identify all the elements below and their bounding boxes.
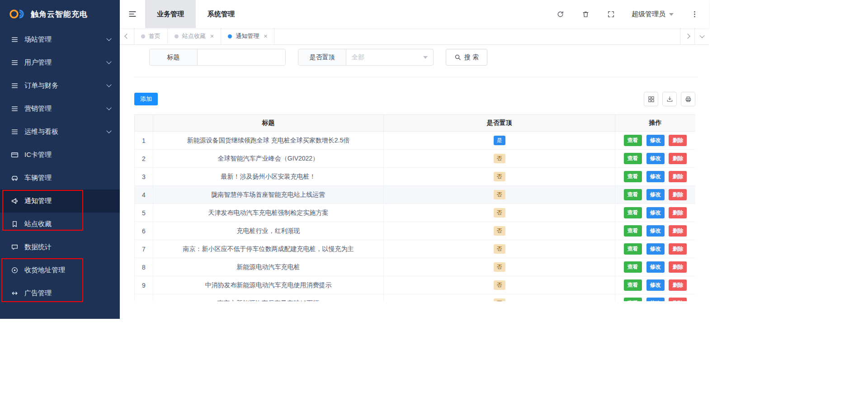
view-button[interactable]: 查看	[624, 189, 642, 200]
tags-scroll-left-icon[interactable]	[120, 28, 134, 44]
table-row: 3 最新！涉及扬州小区安装充电桩！ 否 查看 修改 删除	[135, 168, 696, 186]
sidebar-item-notice-mgmt[interactable]: 通知管理	[0, 189, 120, 213]
target-icon	[11, 266, 19, 274]
edit-button[interactable]: 修改	[646, 171, 665, 182]
refresh-icon[interactable]	[556, 9, 565, 19]
topbar: 业务管理 系统管理 超级管理员	[120, 0, 709, 28]
title-input[interactable]	[198, 49, 285, 65]
delete-button[interactable]: 删除	[669, 279, 687, 291]
row-title: 全球智能汽车产业峰会（GIV2022）	[153, 150, 384, 168]
sidebar-item-station-mgmt[interactable]: 场站管理	[0, 28, 120, 51]
view-button[interactable]: 查看	[624, 225, 642, 237]
car-icon	[11, 174, 19, 182]
sidebar-item-site-favorites[interactable]: 站点收藏	[0, 213, 120, 236]
sidebar-item-ad-mgmt[interactable]: 广告管理	[0, 282, 120, 305]
sidebar-item-user-mgmt[interactable]: 用户管理	[0, 51, 120, 74]
close-icon[interactable]: ×	[210, 33, 214, 40]
fullscreen-icon[interactable]	[606, 9, 615, 19]
sidebar-item-ic-card[interactable]: IC卡管理	[0, 143, 120, 166]
tag-dot	[228, 34, 232, 38]
row-title: 陇南智慧停车场首座智能充电站上线运营	[153, 186, 384, 204]
edit-button[interactable]: 修改	[646, 207, 665, 218]
content: 标题 是否置顶 全部 搜 索 添加	[120, 45, 709, 319]
user-menu[interactable]: 超级管理员	[632, 10, 674, 19]
pinned-badge: 否	[494, 208, 505, 217]
chat-icon	[11, 243, 19, 251]
tag-dot	[175, 34, 179, 38]
edit-button[interactable]: 修改	[646, 261, 665, 273]
view-button[interactable]: 查看	[624, 171, 642, 182]
list-icon	[11, 82, 19, 90]
delete-button[interactable]: 删除	[669, 135, 687, 146]
delete-button[interactable]: 删除	[669, 153, 687, 164]
sidebar-item-data-stats[interactable]: 数据统计	[0, 236, 120, 259]
sidebar-item-shipping-address[interactable]: 收货地址管理	[0, 259, 120, 282]
section-divider	[134, 77, 698, 77]
trash-icon[interactable]	[581, 9, 590, 19]
megaphone-icon	[11, 197, 19, 205]
tag-dot	[141, 34, 145, 38]
view-button[interactable]: 查看	[624, 207, 642, 218]
collapse-sidebar-icon[interactable]	[120, 0, 145, 28]
view-button[interactable]: 查看	[624, 279, 642, 291]
sidebar-item-vehicle-mgmt[interactable]: 车辆管理	[0, 166, 120, 189]
search-button[interactable]: 搜 索	[446, 49, 487, 66]
pinned-select-value: 全部	[352, 53, 364, 62]
tag-site-favorites[interactable]: 站点收藏 ×	[168, 28, 221, 44]
chevron-down-icon	[423, 56, 428, 59]
print-icon[interactable]	[681, 92, 695, 106]
pinned-filter-group: 是否置顶 全部	[298, 49, 434, 66]
edit-button[interactable]: 修改	[646, 243, 665, 255]
export-icon[interactable]	[662, 92, 677, 106]
topbar-tab-business[interactable]: 业务管理	[145, 0, 196, 28]
edit-button[interactable]: 修改	[646, 298, 665, 301]
title-filter-group: 标题	[149, 49, 286, 66]
edit-button[interactable]: 修改	[646, 189, 665, 200]
table-row: 4 陇南智慧停车场首座智能充电站上线运营 否 查看 修改 删除	[135, 186, 696, 204]
table-row: 5 天津发布电动汽车充电桩强制检定实施方案 否 查看 修改 删除	[135, 204, 696, 222]
pinned-badge: 否	[494, 226, 505, 235]
chevron-down-icon	[106, 36, 111, 41]
delete-button[interactable]: 删除	[669, 298, 687, 301]
pinned-select[interactable]: 全部	[346, 49, 433, 65]
close-icon[interactable]: ×	[264, 33, 267, 40]
sidebar-item-order-finance[interactable]: 订单与财务	[0, 74, 120, 97]
more-icon[interactable]	[690, 9, 699, 19]
pinned-badge: 是	[494, 136, 505, 145]
sidebar-item-ops-dashboard[interactable]: 运维与看板	[0, 120, 120, 143]
pinned-filter-label: 是否置顶	[298, 49, 346, 65]
tag-notice-mgmt[interactable]: 通知管理 ×	[221, 28, 274, 44]
view-button[interactable]: 查看	[624, 153, 642, 164]
view-button[interactable]: 查看	[624, 261, 642, 273]
view-button[interactable]: 查看	[624, 298, 642, 301]
topbar-tab-system[interactable]: 系统管理	[196, 0, 246, 28]
delete-button[interactable]: 删除	[669, 243, 687, 255]
edit-button[interactable]: 修改	[646, 135, 665, 146]
pinned-badge: 否	[494, 262, 505, 271]
pinned-badge: 否	[494, 280, 505, 289]
table-header-row: 标题 是否置顶 操作	[135, 115, 696, 132]
delete-button[interactable]: 删除	[669, 225, 687, 237]
delete-button[interactable]: 删除	[669, 189, 687, 200]
delete-button[interactable]: 删除	[669, 207, 687, 218]
columns-icon[interactable]	[644, 92, 658, 106]
add-button[interactable]: 添加	[134, 93, 158, 105]
notices-table: 标题 是否置顶 操作 1 新能源设备国货继续领跑全球 充电桩全球买家数增长2.5…	[134, 114, 695, 301]
list-icon	[11, 128, 19, 136]
chevron-down-icon	[106, 128, 111, 133]
sidebar-item-marketing[interactable]: 营销管理	[0, 97, 120, 120]
edit-button[interactable]: 修改	[646, 225, 665, 237]
view-button[interactable]: 查看	[624, 243, 642, 255]
table-tools	[644, 92, 695, 106]
view-button[interactable]: 查看	[624, 135, 642, 146]
edit-button[interactable]: 修改	[646, 279, 665, 291]
tags-scroll-right-icon[interactable]	[680, 28, 694, 44]
delete-button[interactable]: 删除	[669, 261, 687, 273]
table-row: 7 南京：新小区应不低于停车位数两成配建充电桩，以慢充为主 否 查看 修改 删除	[135, 240, 696, 258]
tag-home[interactable]: 首页	[134, 28, 168, 44]
logo-text: 触角云智能充电	[31, 9, 88, 19]
delete-button[interactable]: 删除	[669, 171, 687, 182]
col-pinned: 是否置顶	[384, 115, 615, 132]
tags-menu-icon[interactable]	[694, 28, 709, 44]
edit-button[interactable]: 修改	[646, 153, 665, 164]
